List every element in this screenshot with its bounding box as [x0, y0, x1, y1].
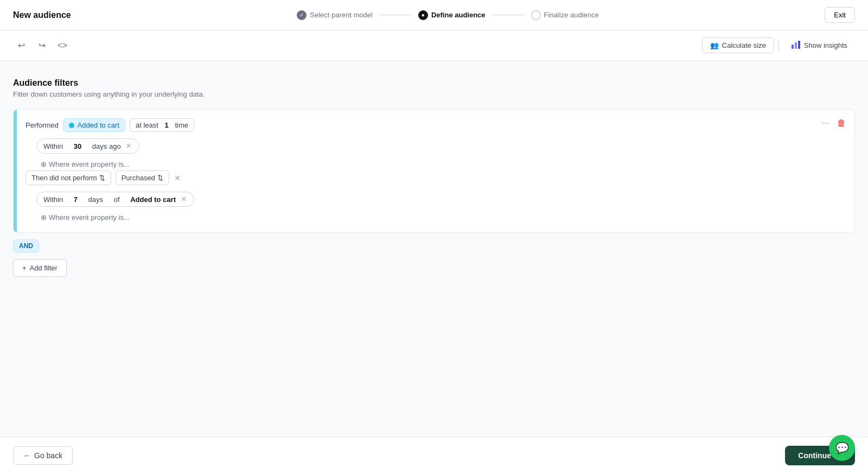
- app-title: New audience: [13, 10, 71, 20]
- svg-rect-2: [798, 41, 800, 49]
- calc-size-icon: 👥: [710, 41, 719, 49]
- chevron-updown-icon: ⇅: [99, 174, 105, 182]
- plus-icon: ⊕: [41, 160, 47, 168]
- code-view-button[interactable]: <>: [54, 37, 71, 54]
- toolbar: ↩ ↪ <> 👥 Calculate size Show insights: [0, 30, 868, 61]
- and-badge: AND: [13, 239, 39, 252]
- within2-label: Within: [43, 195, 63, 204]
- step-finalize-audience: Finalize audience: [531, 10, 599, 20]
- section-subtitle: Filter down customers using anything in …: [13, 90, 855, 98]
- purchased-label: Purchased: [122, 174, 155, 182]
- added-to-cart2: Added to cart: [130, 195, 176, 204]
- event-dot: [69, 123, 74, 128]
- add-property-row: ⊕ Where event property is...: [36, 158, 846, 170]
- show-insights-button[interactable]: Show insights: [783, 37, 855, 54]
- time-label: time: [175, 121, 188, 129]
- count-value: 1: [165, 121, 169, 129]
- svg-rect-1: [795, 42, 797, 49]
- toolbar-left: ↩ ↪ <>: [13, 37, 71, 54]
- toolbar-divider: [778, 40, 779, 52]
- main-content: Audience filters Filter down customers u…: [0, 61, 868, 294]
- step1-icon: ✓: [297, 10, 307, 20]
- days-value: 30: [74, 142, 81, 150]
- performed-label: Performed: [25, 121, 59, 129]
- delete-filter-button[interactable]: 🗑: [835, 117, 848, 129]
- then-row-close-button[interactable]: ×: [174, 173, 182, 183]
- within-row: Within 30 days ago ×: [36, 138, 846, 154]
- at-least-label: at least: [136, 121, 158, 129]
- event-badge: Added to cart: [63, 118, 125, 132]
- step-line-1: [379, 15, 412, 15]
- then-did-not-perform-row: Then did not perform ⇅ Purchased ⇅ ×: [25, 170, 846, 185]
- step1-label: Select parent model: [310, 11, 373, 19]
- and-badge-wrapper: AND: [13, 233, 855, 259]
- exit-button[interactable]: Exit: [825, 7, 855, 23]
- days-unit: days ago: [92, 142, 121, 150]
- step2-label: Define audience: [431, 11, 486, 19]
- redo-button[interactable]: ↪: [34, 37, 50, 54]
- within-pill: Within 30 days ago ×: [36, 138, 139, 154]
- step-line-2: [492, 15, 525, 15]
- step2-icon: ●: [418, 10, 428, 20]
- add-property2-button[interactable]: ⊕ Where event property is...: [36, 211, 134, 224]
- card-actions: ··· 🗑: [819, 116, 848, 130]
- section-title: Audience filters: [13, 78, 855, 88]
- then-label: Then did not perform: [31, 174, 97, 182]
- step3-label: Finalize audience: [544, 11, 599, 19]
- top-bar: New audience ✓ Select parent model ● Def…: [0, 0, 868, 30]
- show-insights-label: Show insights: [804, 41, 847, 49]
- exit-btn-wrapper: Exit: [825, 7, 855, 23]
- days2-value: 7: [74, 195, 78, 204]
- add-property2-row: ⊕ Where event property is...: [36, 211, 846, 224]
- add-property-label: Where event property is...: [49, 160, 130, 168]
- filter-body: Performed Added to cart at least 1 time …: [17, 110, 854, 232]
- within2-row: Within 7 days of Added to cart ×: [36, 192, 846, 207]
- step-select-parent: ✓ Select parent model: [297, 10, 373, 20]
- undo-button[interactable]: ↩: [13, 37, 29, 54]
- first-sub-conditions: Within 30 days ago × ⊕ Where event prope…: [36, 138, 846, 170]
- of-label: of: [114, 195, 120, 204]
- purchased-dropdown[interactable]: Purchased ⇅: [116, 170, 169, 185]
- add-filter-wrapper: + Add filter: [13, 259, 855, 277]
- chevron-updown2-icon: ⇅: [157, 174, 163, 182]
- calc-size-label: Calculate size: [722, 41, 766, 49]
- steps: ✓ Select parent model ● Define audience …: [297, 10, 599, 20]
- filter-card: Performed Added to cart at least 1 time …: [13, 109, 855, 233]
- second-sub-conditions: Within 7 days of Added to cart × ⊕ Where…: [36, 192, 846, 224]
- step-define-audience: ● Define audience: [418, 10, 486, 20]
- event-name: Added to cart: [78, 121, 119, 129]
- add-filter-button[interactable]: + Add filter: [13, 259, 67, 277]
- toolbar-right: 👥 Calculate size Show insights: [702, 37, 855, 54]
- add-filter-label: Add filter: [30, 264, 58, 272]
- within-label: Within: [43, 142, 63, 150]
- add-property2-label: Where event property is...: [49, 213, 130, 222]
- within-close-button[interactable]: ×: [125, 142, 132, 150]
- plus2-icon: ⊕: [41, 213, 47, 222]
- add-icon: +: [22, 264, 27, 272]
- svg-rect-0: [792, 45, 794, 49]
- bar-chart-icon: [791, 40, 801, 50]
- then-did-not-perform-dropdown[interactable]: Then did not perform ⇅: [25, 170, 111, 185]
- within2-pill: Within 7 days of Added to cart ×: [36, 192, 194, 207]
- calculate-size-button[interactable]: 👥 Calculate size: [702, 37, 774, 53]
- add-property-button[interactable]: ⊕ Where event property is...: [36, 158, 134, 170]
- at-least-button[interactable]: at least 1 time: [130, 118, 194, 132]
- within2-close-button[interactable]: ×: [180, 195, 187, 204]
- step3-icon: [531, 10, 541, 20]
- more-options-button[interactable]: ···: [819, 116, 832, 130]
- days2-unit: days: [88, 195, 103, 204]
- performed-row: Performed Added to cart at least 1 time: [25, 118, 846, 132]
